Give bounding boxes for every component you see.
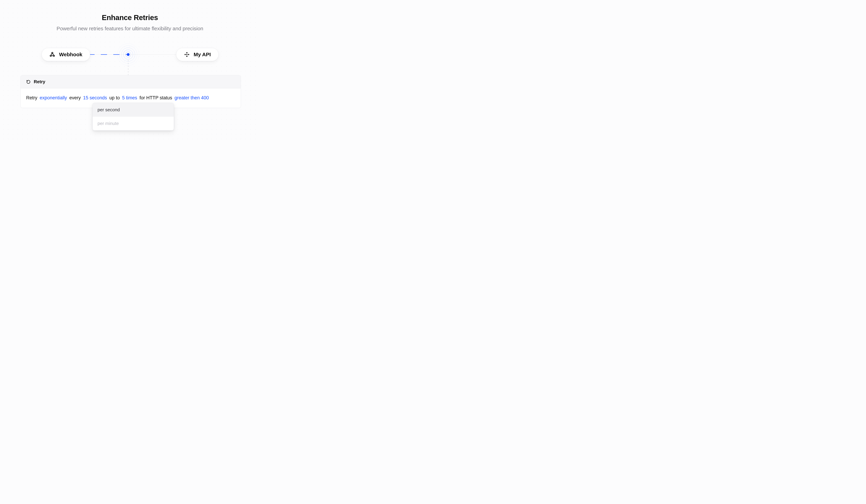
retry-icon [26,80,31,84]
destination-node-label: My API [193,51,211,57]
webhook-icon [49,51,55,57]
source-node-webhook[interactable]: Webhook [42,48,90,61]
page-title: Enhance Retries [0,13,260,22]
retry-card-header: Retry [21,75,241,89]
retry-count-param[interactable]: 5 times [122,95,137,100]
api-icon [184,51,190,57]
retry-card-title: Retry [34,79,45,84]
retry-condition-param[interactable]: greater then 400 [175,95,209,100]
svg-rect-3 [186,54,188,55]
node-connector-row: Webhook My API [0,47,260,62]
source-node-label: Webhook [59,51,82,57]
retry-interval-param[interactable]: 15 seconds [83,95,107,100]
interval-unit-dropdown[interactable]: per second per minute [92,103,174,130]
dropdown-option-per-minute[interactable]: per minute [93,117,174,130]
retry-strategy-param[interactable]: exponentially [40,95,67,100]
retry-upto-label: up to [109,95,120,100]
retry-every-label: every [69,95,81,100]
dropdown-option-per-second[interactable]: per second [93,103,174,117]
retry-status-label: for HTTP status [140,95,172,100]
connector-active-segment [88,54,128,55]
destination-node-myapi[interactable]: My API [176,48,219,61]
page-subtitle: Powerful new retries features for ultima… [0,26,260,32]
retry-prefix: Retry [26,95,37,100]
